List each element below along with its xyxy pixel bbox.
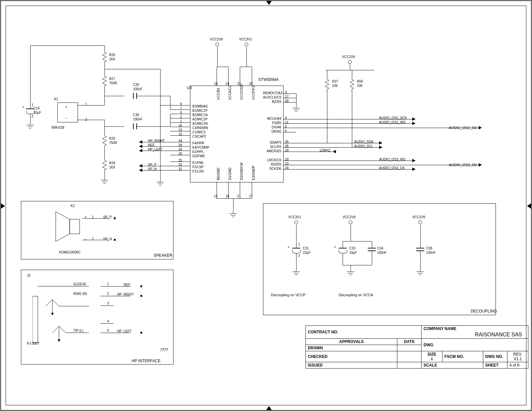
speaker-box — [21, 201, 173, 259]
resistor-r28 — [102, 134, 107, 148]
u3-ref: U3 — [187, 86, 192, 90]
svg-point-9 — [245, 43, 248, 46]
resistor-r27 — [102, 74, 107, 88]
svg-point-10 — [348, 60, 352, 64]
resistor-r26 — [102, 50, 107, 64]
svg-point-43 — [349, 221, 352, 224]
jack-symbol — [33, 283, 109, 346]
speaker-icon — [52, 210, 82, 243]
svg-marker-31 — [58, 339, 60, 342]
schematic-sheet: U3 STW5094A 9B3/MBIAS 7B1/MIC1P 8B2/MIC1… — [0, 0, 532, 411]
svg-line-37 — [166, 349, 168, 351]
svg-marker-28 — [51, 313, 54, 315]
title-block: CONTRACT NO. COMPANY NAMERAISONANCE SAS … — [305, 325, 528, 369]
svg-rect-23 — [70, 219, 80, 234]
svg-point-38 — [295, 221, 298, 224]
resistor-r50 — [349, 77, 355, 91]
svg-point-8 — [216, 43, 219, 46]
svg-rect-25 — [33, 296, 38, 343]
u3-part: STW5094A — [258, 77, 279, 82]
resistor-r29 — [102, 158, 107, 172]
resistor-r37 — [324, 77, 330, 91]
svg-rect-26 — [33, 283, 105, 346]
gnd-icon — [229, 212, 237, 218]
svg-line-35 — [163, 349, 164, 351]
svg-marker-24 — [56, 212, 70, 241]
svg-line-36 — [165, 349, 166, 351]
net-i2s2-sd: AUDIO_I2S2_SD — [449, 126, 477, 130]
svg-point-48 — [419, 221, 422, 224]
net-hp-right: HP_RIGHT — [148, 139, 165, 143]
mic-k1 — [57, 103, 78, 122]
svg-line-34 — [161, 349, 162, 351]
